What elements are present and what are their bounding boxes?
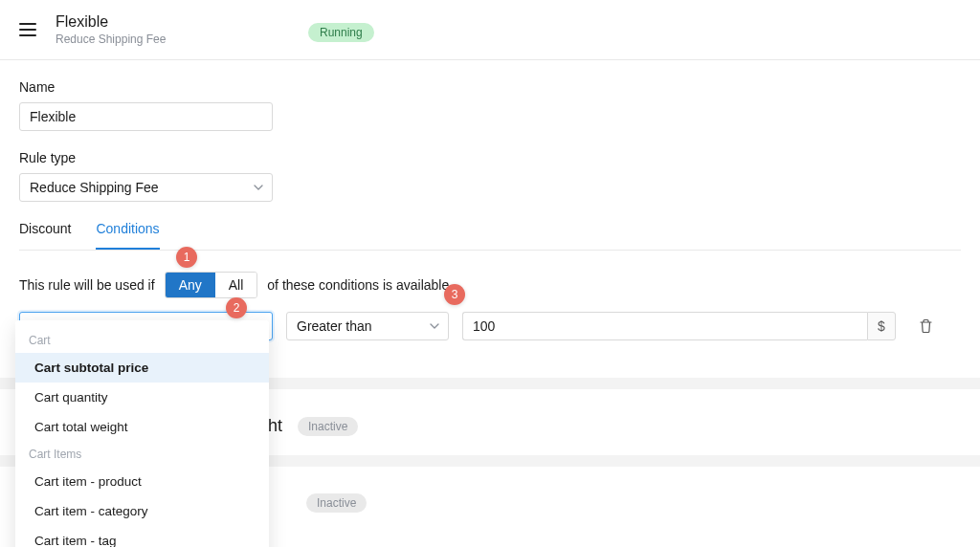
status-badge: Inactive: [298, 417, 358, 436]
sentence-suffix: of these conditions is available.: [267, 277, 453, 293]
rule-type-select[interactable]: Reduce Shipping Fee: [19, 173, 273, 202]
option-cart-subtotal[interactable]: Cart subtotal price: [15, 353, 269, 383]
option-item-category[interactable]: Cart item - category: [15, 496, 269, 526]
page-subtitle: Reduce Shipping Fee: [56, 33, 166, 46]
all-button[interactable]: All: [215, 273, 257, 297]
option-item-product[interactable]: Cart item - product: [15, 467, 269, 496]
menu-button[interactable]: [19, 23, 36, 36]
delete-condition-button[interactable]: [919, 318, 933, 334]
rule-type-group: Rule type Reduce Shipping Fee: [19, 150, 961, 202]
status-badge: Inactive: [306, 493, 367, 513]
section-fragment: ht: [268, 416, 282, 436]
hint-2-badge: 2: [226, 297, 247, 318]
field-dropdown: Cart Cart subtotal price Cart quantity C…: [15, 320, 269, 547]
condition-operator-wrap[interactable]: Greater than: [286, 312, 449, 340]
page-title: Flexible: [56, 13, 166, 31]
status-badge: Running: [308, 23, 374, 42]
option-cart-weight[interactable]: Cart total weight: [15, 412, 269, 442]
rule-type-label: Rule type: [19, 150, 961, 165]
tabs: Discount Conditions: [19, 221, 961, 251]
any-all-toggle: Any All: [165, 272, 258, 298]
hint-1-badge: 1: [176, 247, 197, 268]
condition-value-input[interactable]: [462, 312, 867, 340]
tab-discount[interactable]: Discount: [19, 221, 71, 250]
option-item-tag[interactable]: Cart item - tag: [15, 526, 269, 547]
sentence-prefix: This rule will be used if: [19, 277, 155, 293]
condition-operator-select[interactable]: Greater than: [286, 312, 449, 340]
condition-value-group: $: [462, 312, 896, 340]
dropdown-group-cart: Cart: [15, 328, 269, 353]
name-label: Name: [19, 79, 961, 95]
tab-conditions[interactable]: Conditions: [96, 221, 159, 250]
trash-icon: [919, 318, 933, 334]
title-block: Flexible Reduce Shipping Fee: [56, 13, 166, 46]
name-group: Name: [19, 79, 961, 131]
hint-3-badge: 3: [444, 284, 465, 305]
condition-sentence: This rule will be used if Any All of the…: [19, 272, 961, 298]
any-button[interactable]: Any: [166, 273, 215, 297]
condition-unit: $: [867, 312, 896, 340]
rule-type-select-wrap[interactable]: Reduce Shipping Fee: [19, 173, 273, 202]
name-input[interactable]: [19, 102, 273, 131]
dropdown-group-cart-items: Cart Items: [15, 442, 269, 467]
option-cart-quantity[interactable]: Cart quantity: [15, 383, 269, 412]
